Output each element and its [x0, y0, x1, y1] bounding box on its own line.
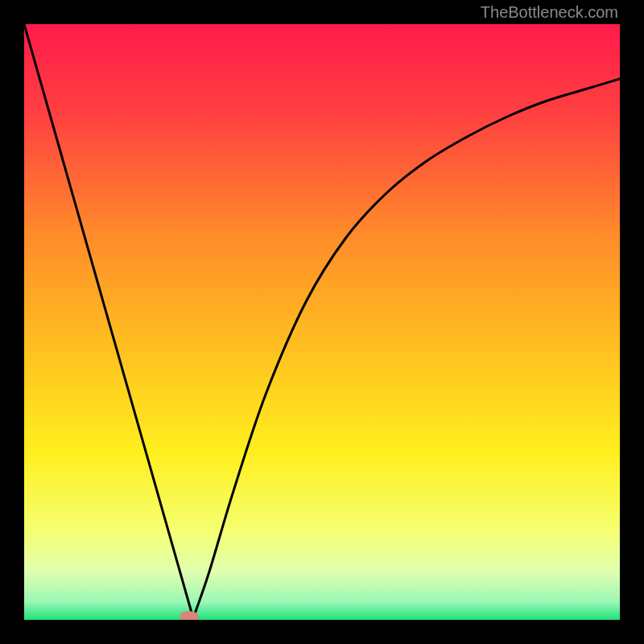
- bottleneck-chart: [24, 24, 620, 620]
- chart-frame: TheBottleneck.com: [0, 0, 644, 644]
- attribution-text: TheBottleneck.com: [481, 3, 618, 22]
- gradient-background: [24, 24, 620, 620]
